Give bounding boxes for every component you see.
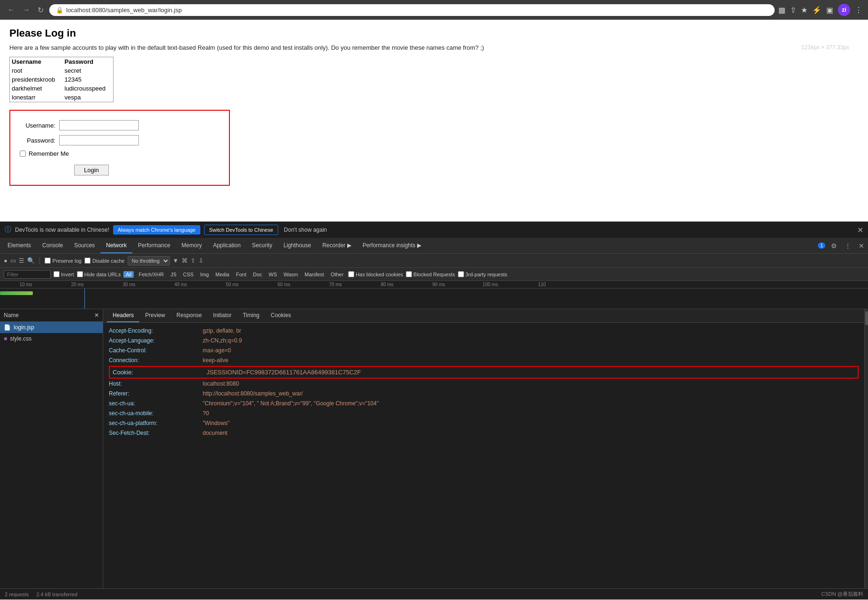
timeline-area[interactable]: 10 ms 20 ms 30 ms 40 ms 50 ms 60 ms 70 m…	[0, 281, 868, 309]
tab-performance-insights[interactable]: Performance insights ▶	[357, 238, 427, 253]
tick-10ms: 10 ms	[0, 282, 52, 287]
tab-network[interactable]: Network	[100, 238, 132, 253]
window-icon[interactable]: ▣	[826, 6, 833, 15]
username-input[interactable]	[59, 120, 139, 130]
tab-elements[interactable]: Elements	[2, 238, 37, 253]
throttle-down-icon[interactable]: ▼	[173, 257, 179, 264]
scroll-thumb[interactable]	[865, 311, 868, 325]
bookmark-icon[interactable]: ★	[801, 6, 807, 15]
tab-security[interactable]: Security	[246, 238, 278, 253]
record-icon[interactable]: ●	[4, 257, 8, 264]
third-party-checkbox[interactable]	[458, 271, 464, 277]
extensions-icon[interactable]: ⚡	[812, 6, 822, 15]
notification-close-button[interactable]: ✕	[857, 226, 863, 235]
tab-console[interactable]: Console	[37, 238, 69, 253]
switch-devtools-button[interactable]: Switch DevTools to Chinese	[204, 225, 278, 235]
tab-lighthouse[interactable]: Lighthouse	[278, 238, 317, 253]
url-text: localhost:8080/samples_web_war/login.jsp	[66, 7, 182, 14]
hide-data-urls-checkbox[interactable]	[77, 271, 83, 277]
filter-type-all[interactable]: All	[123, 271, 134, 278]
detail-tab-response[interactable]: Response	[171, 309, 207, 322]
detail-tabs-row: Headers Preview Response Initiator Timin…	[103, 309, 864, 323]
tab-sources[interactable]: Sources	[69, 238, 100, 253]
file-item-login[interactable]: 📄 login.jsp	[0, 322, 103, 333]
detail-tab-timing[interactable]: Timing	[237, 309, 265, 322]
address-bar[interactable]: 🔒 localhost:8080/samples_web_war/login.j…	[49, 4, 775, 16]
remember-checkbox[interactable]	[20, 151, 26, 157]
blocked-requests-checkbox[interactable]	[406, 271, 412, 277]
search-icon[interactable]: 🔍	[27, 257, 35, 264]
tick-100ms: 100 ms	[464, 282, 516, 287]
filter-icon[interactable]: ☰	[19, 257, 24, 264]
download-icon[interactable]: ⇩	[198, 257, 204, 264]
filter-type-doc[interactable]: Doc	[251, 271, 264, 278]
tab-performance[interactable]: Performance	[132, 238, 176, 253]
preserve-log-checkbox[interactable]	[45, 258, 51, 264]
header-key: Connection:	[109, 356, 203, 365]
back-button[interactable]: ←	[6, 4, 17, 16]
settings-icon[interactable]: ⚙	[829, 240, 839, 251]
table-cell: root	[10, 66, 63, 75]
dont-show-again[interactable]: Don't show again	[284, 227, 327, 233]
scrollbar[interactable]	[864, 309, 868, 588]
filter-input[interactable]	[4, 270, 51, 279]
throttle-select[interactable]: No throttling	[128, 256, 170, 266]
has-blocked-cookies-checkbox[interactable]	[348, 271, 354, 277]
detail-tab-initiator[interactable]: Initiator	[207, 309, 237, 322]
tab-recorder[interactable]: Recorder ▶	[317, 238, 357, 253]
share-icon[interactable]: ⇧	[790, 6, 796, 15]
lock-icon: 🔒	[56, 7, 63, 14]
header-row: Cache-Control: max-age=0	[109, 346, 859, 355]
disable-cache-checkbox[interactable]	[84, 258, 91, 264]
table-row: lonestarrvespa	[10, 93, 114, 102]
col-username: Username	[10, 57, 63, 67]
detail-tab-cookies[interactable]: Cookies	[265, 309, 297, 322]
filter-type-font[interactable]: Font	[234, 271, 248, 278]
upload-icon[interactable]: ⇧	[190, 257, 196, 264]
tab-memory[interactable]: Memory	[176, 238, 207, 253]
password-input[interactable]	[59, 135, 139, 145]
detail-tab-headers[interactable]: Headers	[107, 309, 139, 322]
password-row: Password:	[18, 135, 218, 145]
table-row: presidentskroob12345	[10, 75, 114, 84]
tab-application[interactable]: Application	[207, 238, 246, 253]
invert-label[interactable]: Invert	[53, 271, 74, 277]
match-language-button[interactable]: Always match Chrome's language	[113, 225, 200, 235]
preserve-log-label[interactable]: Preserve log	[45, 258, 82, 264]
filter-type-js[interactable]: JS	[168, 271, 178, 278]
style-file-icon: ■	[4, 335, 7, 342]
header-key: sec-ch-ua:	[109, 399, 203, 408]
filter-type-media[interactable]: Media	[213, 271, 231, 278]
has-blocked-cookies-label[interactable]: Has blocked cookies	[348, 271, 403, 277]
hide-data-urls-label[interactable]: Hide data URLs	[77, 271, 121, 277]
more-options-icon[interactable]: ⋮	[843, 240, 853, 251]
detail-tab-preview[interactable]: Preview	[139, 309, 171, 322]
header-key: Accept-Language:	[109, 336, 203, 345]
menu-icon[interactable]: ⋮	[855, 6, 862, 15]
forward-button[interactable]: →	[21, 4, 32, 16]
reload-button[interactable]: ↻	[36, 4, 46, 16]
filter-type-css[interactable]: CSS	[181, 271, 196, 278]
wifi-icon[interactable]: ⌘	[182, 257, 188, 264]
header-value: JSESSIONID=FC998372D6611761AA86499381C75…	[206, 369, 361, 376]
filter-type-wasm[interactable]: Wasm	[282, 271, 300, 278]
browser-chrome: ← → ↻ 🔒 localhost:8080/samples_web_war/l…	[0, 0, 868, 20]
file-item-style[interactable]: ■ style.css	[0, 333, 103, 344]
filter-type-img[interactable]: Img	[198, 271, 211, 278]
close-devtools-icon[interactable]: ✕	[857, 240, 866, 251]
disable-cache-label[interactable]: Disable cache	[84, 258, 125, 264]
profile-avatar[interactable]: zi	[838, 4, 850, 16]
cast-icon[interactable]: ▩	[778, 6, 785, 15]
close-panel-icon[interactable]: ✕	[94, 312, 99, 319]
filter-type-ws[interactable]: WS	[267, 271, 279, 278]
timeline-bar-area	[0, 289, 868, 309]
login-button[interactable]: Login	[74, 165, 109, 175]
blocked-requests-label[interactable]: Blocked Requests	[406, 271, 455, 277]
filter-type-manifest[interactable]: Manifest	[303, 271, 326, 278]
third-party-label[interactable]: 3rd-party requests	[458, 271, 507, 277]
filter-type-other[interactable]: Other	[329, 271, 346, 278]
filter-type-fetchxhr[interactable]: Fetch/XHR	[137, 271, 166, 278]
file-name-style: style.css	[10, 335, 31, 342]
invert-checkbox[interactable]	[53, 271, 60, 277]
clear-icon[interactable]: ▭	[10, 257, 16, 264]
